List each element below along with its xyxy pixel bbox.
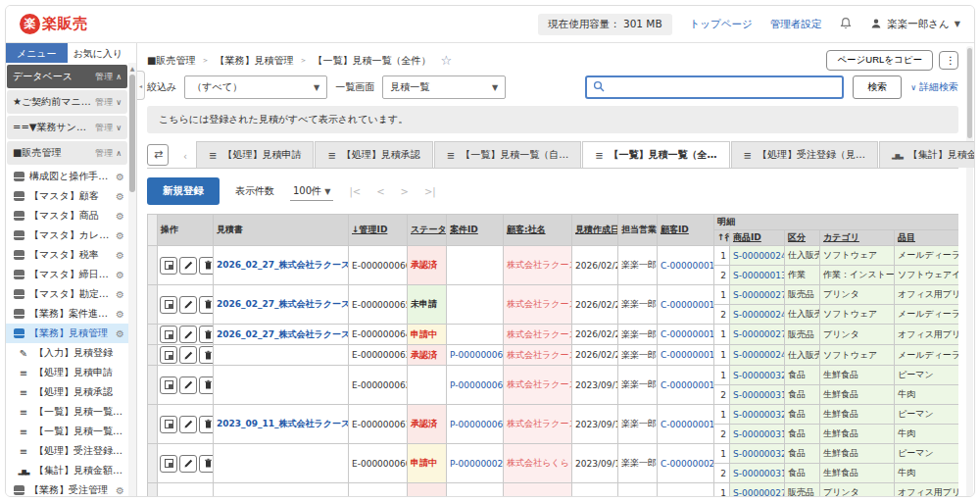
row-select-cell[interactable] — [148, 246, 158, 285]
copy-page-url-button[interactable]: ページURLをコピー — [826, 50, 933, 71]
wrench-icon[interactable]: ⚙ — [116, 289, 124, 300]
sidebar-item[interactable]: 【マスタ】カレ…⚙ — [6, 226, 128, 245]
sidebar-item[interactable]: ▂▆▃【集計】見積金額… — [6, 461, 128, 480]
customer-id-link[interactable]: C-00000001 — [661, 300, 714, 310]
delete-button[interactable] — [199, 257, 214, 275]
detail-column-header[interactable]: 商品ID — [730, 230, 785, 246]
narrow-filter-select[interactable]: （すべて） ▼ — [184, 75, 327, 99]
wrench-icon[interactable]: ⚙ — [116, 270, 124, 280]
product-id-link[interactable]: S-00000027 — [733, 329, 785, 339]
sidebar-group-header[interactable]: ■販売管理管理∧ — [7, 141, 127, 165]
wrench-icon[interactable]: ⚙ — [116, 191, 124, 202]
new-record-button[interactable]: 新規登録 — [147, 177, 220, 205]
row-select-cell[interactable] — [148, 345, 158, 366]
sidebar-scrollbar[interactable]: ▲ — [128, 63, 136, 497]
wrench-icon[interactable]: ⚙ — [116, 309, 124, 320]
product-id-link[interactable]: S-00000024 — [733, 350, 785, 360]
sidebar-collapse-handle[interactable]: ◂ — [137, 71, 145, 100]
wrench-icon[interactable]: ⚙ — [116, 328, 124, 339]
product-id-link[interactable]: S-00000027 — [733, 488, 785, 498]
wrench-icon[interactable]: ⚙ — [116, 485, 124, 496]
sidebar-item[interactable]: 【マスタ】商品⚙ — [6, 206, 128, 226]
main-scrollbar[interactable] — [966, 46, 973, 497]
column-header[interactable]: 案件ID — [447, 215, 504, 246]
sidebar-item[interactable]: 【マスタ】顧客⚙ — [6, 186, 128, 206]
edit-button[interactable] — [179, 326, 197, 343]
delete-button[interactable] — [199, 346, 214, 364]
product-id-link[interactable]: S-00000031 — [733, 469, 785, 478]
more-options-button[interactable]: ⋮ — [939, 51, 958, 70]
list-view-select[interactable]: 見積一覧 ▼ — [382, 75, 506, 99]
view-tab[interactable]: ≡【処理】受注登録（見… — [731, 141, 878, 168]
product-id-link[interactable]: S-00000031 — [733, 429, 785, 439]
sidebar-item[interactable]: ≡【処理】見積承認 — [6, 382, 128, 402]
detail-column-header[interactable]: カテゴリ — [820, 230, 895, 246]
product-id-link[interactable]: S-00000032 — [733, 371, 785, 380]
duplicate-button[interactable] — [160, 346, 177, 364]
wrench-icon[interactable]: ⚙ — [116, 230, 124, 241]
favorite-star-icon[interactable]: ☆ — [440, 53, 452, 68]
pager-last-icon[interactable]: >| — [424, 186, 436, 197]
main-scrollbar-thumb[interactable] — [967, 48, 972, 138]
admin-link[interactable]: 管理 — [95, 148, 113, 158]
edit-button[interactable] — [179, 455, 197, 473]
search-input[interactable] — [609, 81, 836, 94]
estimate-file-link[interactable]: 2026_02_27_株式会社ラクース様.xlsx — [217, 299, 349, 309]
sidebar-item[interactable]: ✎【入力】見積登録 — [6, 343, 128, 363]
scroll-up-icon[interactable]: ▲ — [128, 63, 136, 72]
view-tab[interactable]: ≡【一覧】見積一覧（自… — [434, 141, 581, 168]
row-select-cell[interactable] — [148, 444, 158, 483]
notification-bell-icon[interactable] — [839, 17, 853, 32]
duplicate-button[interactable] — [160, 376, 177, 394]
duplicate-button[interactable] — [160, 416, 177, 433]
page-size-select[interactable]: 100件 ▼ — [290, 182, 333, 201]
sidebar-item[interactable]: 構成図と操作手…⚙ — [6, 167, 128, 186]
product-id-link[interactable]: S-00000024 — [733, 251, 785, 261]
wrench-icon[interactable]: ⚙ — [116, 211, 124, 222]
product-id-link[interactable]: S-00000032 — [733, 449, 785, 459]
customer-id-link[interactable]: C-00000001 — [661, 261, 714, 271]
advanced-search-link[interactable]: ∨詳細検索 — [910, 80, 958, 94]
sidebar-item[interactable]: 【業務】見積管理⚙ — [6, 324, 128, 343]
expand-tabs-icon[interactable]: ⇄ — [147, 144, 169, 166]
view-tab[interactable]: ≡【処理】見積申請 — [196, 141, 314, 168]
sidebar-tab-menu[interactable]: メニュー — [6, 43, 68, 63]
customer-id-link[interactable]: C-00000002 — [661, 459, 714, 469]
product-id-link[interactable]: S-00000032 — [733, 410, 785, 420]
product-id-link[interactable]: S-00000031 — [733, 390, 785, 400]
duplicate-button[interactable] — [160, 296, 177, 314]
case-id-link[interactable]: P-000000060 — [450, 350, 504, 360]
admin-link[interactable]: 管理 — [95, 72, 113, 81]
edit-button[interactable] — [179, 257, 197, 275]
view-tab[interactable]: ▂▆▃【集計】見積金額（営… — [879, 141, 974, 168]
estimate-file-link[interactable]: 2026_02_27_株式会社ラクース様.xlsx — [217, 329, 349, 339]
wrench-icon[interactable]: ⚙ — [116, 250, 124, 261]
sidebar-item[interactable]: ≡【処理】受注登録… — [6, 441, 128, 461]
duplicate-button[interactable] — [160, 257, 177, 275]
row-select-cell[interactable] — [148, 405, 158, 444]
product-id-link[interactable]: S-00000024 — [733, 310, 785, 320]
delete-button[interactable] — [199, 326, 214, 343]
edit-button[interactable] — [179, 346, 197, 364]
sidebar-item[interactable]: ≡【一覧】見積一覧… — [6, 402, 128, 422]
pager-first-icon[interactable]: |< — [349, 186, 361, 197]
sidebar-item[interactable]: 【業務】受注管理⚙ — [6, 480, 128, 497]
row-select-cell[interactable] — [148, 366, 158, 405]
delete-button[interactable] — [199, 455, 214, 473]
sidebar-item[interactable]: ≡【処理】見積申請 — [6, 363, 128, 382]
admin-link[interactable]: 管理 — [95, 123, 113, 132]
sidebar-item[interactable]: 【マスタ】税率⚙ — [6, 245, 128, 265]
sidebar-group-header[interactable]: ==▼業務サン…管理∨ — [7, 116, 127, 139]
top-page-link[interactable]: トップページ — [690, 18, 753, 31]
delete-button[interactable] — [199, 416, 214, 433]
customer-id-link[interactable]: C-00000001 — [661, 420, 714, 429]
row-select-cell[interactable] — [148, 285, 158, 325]
edit-button[interactable] — [179, 296, 197, 314]
sidebar-scrollbar-thumb[interactable] — [129, 75, 135, 192]
search-button[interactable]: 検索 — [853, 75, 902, 99]
detail-column-header[interactable]: 区分 — [785, 230, 820, 246]
pager-prev-icon[interactable]: < — [376, 186, 384, 197]
delete-button[interactable] — [199, 296, 214, 314]
customer-id-link[interactable]: C-00000001 — [661, 380, 714, 390]
sidebar-item[interactable]: 【マスタ】勘定…⚙ — [6, 284, 128, 304]
